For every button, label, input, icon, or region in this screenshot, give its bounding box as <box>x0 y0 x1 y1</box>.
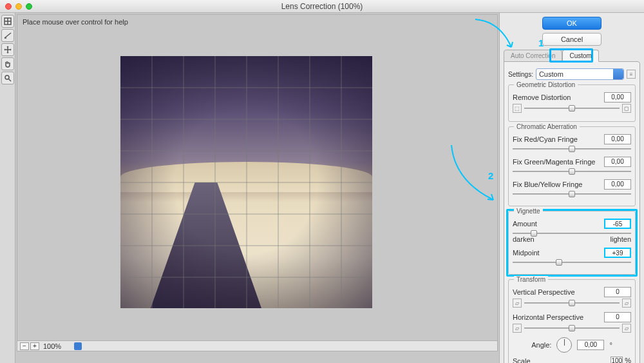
remove-distortion-value[interactable]: 0,00 <box>604 92 631 103</box>
vign-amount-label: Amount <box>513 220 537 228</box>
fix-green-label: Fix Green/Magenta Fringe <box>513 158 595 166</box>
help-hint: Place mouse over control for help <box>23 18 128 26</box>
vpersp-value[interactable]: 0 <box>604 287 631 297</box>
zoom-dropdown-icon[interactable] <box>74 342 82 350</box>
straighten-tool[interactable] <box>1 29 14 42</box>
pincushion-icon: ▢ <box>622 104 631 113</box>
preview-area[interactable]: Place mouse over control for help − + 10… <box>17 14 498 351</box>
geo-legend: Geometric Distortion <box>514 81 578 88</box>
move-grid-tool[interactable] <box>1 43 14 56</box>
remove-distortion-slider[interactable] <box>524 105 620 112</box>
scale-label: Scale <box>513 357 531 363</box>
hand-tool[interactable] <box>1 57 14 70</box>
svg-point-5 <box>5 75 9 79</box>
cancel-button[interactable]: Cancel <box>542 33 601 46</box>
preview-canvas <box>120 56 372 308</box>
vpersp-top-icon: ▱ <box>513 299 522 308</box>
vign-midpoint-value[interactable]: +39 <box>604 248 631 258</box>
scale-unit: % <box>625 357 631 363</box>
angle-dial[interactable] <box>556 337 572 353</box>
zoom-tool[interactable] <box>1 72 14 84</box>
settings-menu-icon[interactable]: ≡ <box>627 70 636 79</box>
remove-distortion-label: Remove Distortion <box>513 93 571 101</box>
fix-red-value[interactable]: 0,00 <box>604 134 631 144</box>
fix-green-slider[interactable] <box>513 168 631 175</box>
vpersp-bottom-icon: ▱ <box>622 299 631 308</box>
vign-midpoint-label: Midpoint <box>513 249 540 257</box>
fix-red-label: Fix Red/Cyan Fringe <box>513 135 578 143</box>
vpersp-label: Vertical Perspective <box>513 288 575 296</box>
scale-value[interactable]: 100 <box>611 357 623 363</box>
hpersp-right-icon: ▱ <box>622 324 631 333</box>
angle-value[interactable]: 0,00 <box>577 340 604 350</box>
hpersp-value[interactable]: 0 <box>604 312 631 322</box>
fix-blue-slider[interactable] <box>513 191 631 197</box>
vign-midpoint-slider[interactable] <box>513 259 631 266</box>
vign-amount-value[interactable]: -65 <box>604 219 631 229</box>
angle-unit: ° <box>609 341 612 349</box>
tool-strip <box>0 13 15 363</box>
ok-button[interactable]: OK <box>542 17 601 30</box>
zoom-out-button[interactable]: − <box>20 342 29 350</box>
vign-legend: Vignette <box>514 208 543 215</box>
hpersp-label: Horizontal Perspective <box>513 313 583 321</box>
svg-line-6 <box>8 79 11 82</box>
vpersp-slider[interactable] <box>524 300 620 306</box>
settings-panel: OK Cancel 1 Auto Correction Custom Setti… <box>499 13 644 363</box>
chrom-legend: Chromatic Aberration <box>514 123 580 130</box>
vignette-group: Vignette Amount-65darkenlighten Midpoint… <box>508 211 636 275</box>
fix-blue-value[interactable]: 0,00 <box>604 179 631 190</box>
window-title: Lens Correction (100%) <box>0 2 644 11</box>
tab-auto-correction[interactable]: Auto Correction <box>504 50 562 62</box>
zoom-in-button[interactable]: + <box>30 342 39 350</box>
fix-blue-label: Fix Blue/Yellow Fringe <box>513 181 582 188</box>
remove-distortion-tool[interactable] <box>1 15 14 28</box>
hpersp-left-icon: ▱ <box>513 324 522 333</box>
hpersp-slider[interactable] <box>524 325 620 331</box>
barrel-icon: ⬚ <box>513 104 522 113</box>
vign-amount-slider[interactable] <box>513 230 631 237</box>
tab-custom[interactable]: Custom <box>562 50 598 62</box>
zoom-value: 100% <box>41 342 73 350</box>
fix-red-slider[interactable] <box>513 146 631 152</box>
fix-green-value[interactable]: 0,00 <box>604 157 631 167</box>
angle-label: Angle: <box>531 341 551 349</box>
trans-legend: Transform <box>514 276 548 283</box>
settings-select[interactable]: Custom <box>536 68 624 80</box>
svg-line-3 <box>5 33 11 38</box>
settings-label: Settings: <box>508 71 533 78</box>
